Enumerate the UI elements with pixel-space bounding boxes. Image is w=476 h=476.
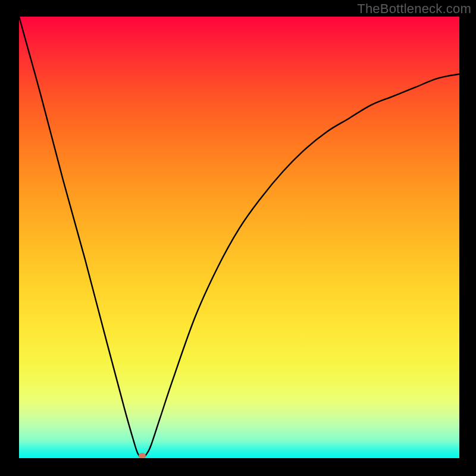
bottleneck-curve: [19, 17, 459, 458]
minimum-marker: [139, 453, 146, 458]
watermark-text: TheBottleneck.com: [357, 1, 471, 17]
chart-plot-area: [19, 17, 459, 458]
curve-svg: [19, 17, 459, 458]
